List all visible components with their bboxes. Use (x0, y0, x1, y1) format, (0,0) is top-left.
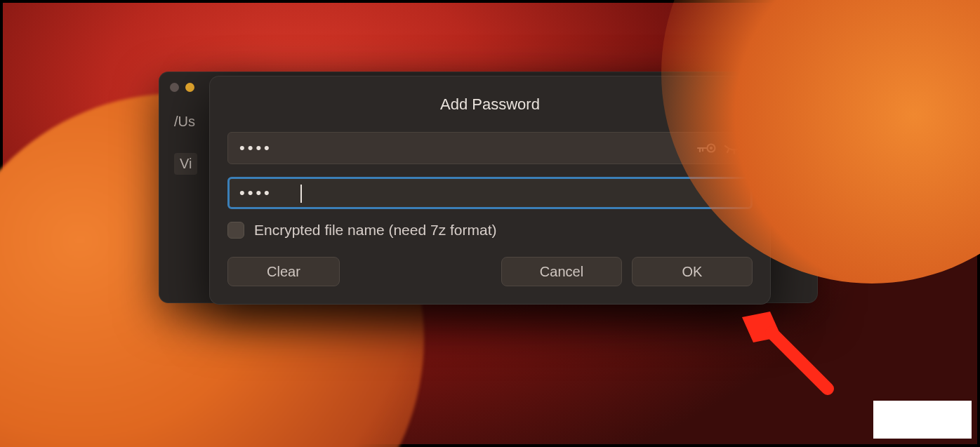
annotation-arrow (729, 312, 842, 403)
bg-right-text: n (795, 114, 802, 130)
desktop-wallpaper: /Us Vi n Add Password (0, 0, 980, 447)
watermark (873, 401, 972, 439)
add-password-dialog: Add Password (209, 76, 771, 305)
close-window-button[interactable] (170, 83, 179, 92)
encrypt-filename-label: Encrypted file name (need 7z format) (254, 222, 497, 239)
svg-marker-3 (742, 312, 781, 342)
bg-label-text: Vi (174, 153, 197, 175)
cancel-button[interactable]: Cancel (501, 257, 622, 286)
text-cursor (300, 185, 302, 203)
ok-button[interactable]: OK (632, 257, 753, 286)
key-icon[interactable] (696, 141, 716, 155)
eye-closed-icon[interactable] (723, 141, 746, 155)
svg-point-1 (710, 147, 713, 149)
minimize-window-button[interactable] (185, 83, 194, 92)
clear-button[interactable]: Clear (227, 257, 340, 286)
dialog-title: Add Password (209, 76, 771, 132)
confirm-password-input[interactable] (227, 177, 753, 209)
path-text: /Us (174, 114, 195, 130)
password-input[interactable] (227, 132, 753, 164)
svg-point-0 (708, 145, 715, 152)
window-traffic-lights (170, 83, 194, 92)
encrypt-filename-checkbox[interactable] (227, 222, 244, 239)
